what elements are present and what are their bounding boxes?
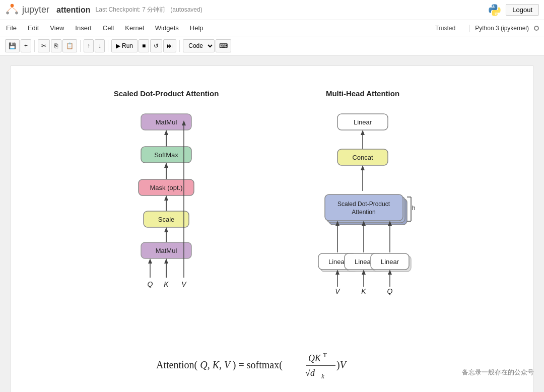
mha-label-linear-v: Linear <box>328 258 347 266</box>
run-label: Run <box>122 42 133 49</box>
label-softmax: SoftMax <box>154 151 178 159</box>
mha-label-linear-q: Linear <box>381 258 399 266</box>
sdpa-input-v: V <box>181 280 187 288</box>
stop-button[interactable]: ■ <box>139 39 149 52</box>
sdpa-input-k: K <box>164 280 169 288</box>
mha-block-sdpa <box>325 194 403 221</box>
formula-section: Attention( Q, K, V ) = softmax( QK T √d … <box>21 328 523 392</box>
svg-marker-10 <box>164 195 168 201</box>
checkpoint-info: Last Checkpoint: 7 分钟前 (autosaved) <box>96 6 488 14</box>
svg-point-1 <box>6 11 9 14</box>
svg-text:T: T <box>323 351 327 359</box>
toolbar-separator-1 <box>34 40 35 52</box>
svg-text:√d: √d <box>305 368 315 378</box>
label-matmul-top: MatMul <box>156 118 177 126</box>
menu-widgets[interactable]: Widgets <box>154 22 180 34</box>
main-content: Scaled Dot-Product Attention MatMul Soft… <box>0 55 544 392</box>
menu-edit[interactable]: Edit <box>27 22 40 34</box>
svg-marker-12 <box>164 227 168 232</box>
cut-button[interactable]: ✂ <box>38 39 50 52</box>
jupyter-icon <box>5 3 19 17</box>
menu-file[interactable]: File <box>5 22 18 34</box>
kernel-status-icon <box>534 26 539 31</box>
label-matmul-bottom: MatMul <box>156 247 177 254</box>
menu-help[interactable]: Help <box>189 22 205 34</box>
notebook-title[interactable]: attention <box>56 6 91 15</box>
cell-output: Scaled Dot-Product Attention MatMul Soft… <box>10 66 534 392</box>
restart-button[interactable]: ↺ <box>150 39 162 52</box>
run-button[interactable]: ▶ Run <box>111 39 138 52</box>
top-bar: jupyter attention Last Checkpoint: 7 分钟前… <box>0 0 544 20</box>
jupyter-logo: jupyter <box>5 3 49 17</box>
sdpa-title: Scaled Dot-Product Attention <box>114 89 219 98</box>
add-cell-button[interactable]: + <box>21 39 31 52</box>
label-mask: Mask (opt.) <box>150 184 182 191</box>
paste-button[interactable]: 📋 <box>62 39 77 52</box>
svg-text:)V: )V <box>336 359 348 371</box>
svg-text:Attention(
          Q, K, V
 : Attention( Q, K, V ) = softmax( <box>156 359 283 371</box>
mha-label-concat: Concat <box>352 154 373 161</box>
diagram-container: Scaled Dot-Product Attention MatMul Soft… <box>21 76 523 328</box>
kernel-info: Python 3 (ipykernel) <box>469 25 539 32</box>
sdpa-input-q: Q <box>148 280 153 288</box>
mha-input-q: Q <box>387 287 393 295</box>
label-scale: Scale <box>158 216 175 223</box>
move-down-button[interactable]: ↓ <box>95 39 105 52</box>
toolbar-separator-4 <box>179 40 180 52</box>
mha-input-v: V <box>335 287 341 295</box>
mha-title: Multi-Head Attention <box>326 89 399 98</box>
restart-run-button[interactable]: ⏭ <box>163 39 176 52</box>
cell-type-select[interactable]: Code <box>183 39 215 52</box>
svg-marker-20 <box>361 130 365 135</box>
svg-text:k: k <box>321 372 324 380</box>
toolbar-separator-3 <box>108 40 108 52</box>
jupyter-text: jupyter <box>22 5 49 15</box>
svg-marker-6 <box>164 130 168 135</box>
keyboard-shortcuts-button[interactable]: ⌨ <box>216 39 231 52</box>
toolbar-separator-2 <box>80 40 81 52</box>
menu-cell[interactable]: Cell <box>102 22 115 34</box>
attention-diagram: Scaled Dot-Product Attention MatMul Soft… <box>65 81 479 323</box>
toolbar: 💾 + ✂ ⎘ 📋 ↑ ↓ ▶ Run ■ ↺ ⏭ Code ⌨ <box>0 36 544 55</box>
trusted-badge: Trusted <box>435 25 455 32</box>
menu-kernel[interactable]: Kernel <box>124 22 145 34</box>
logout-button[interactable]: Logout <box>506 4 539 16</box>
svg-marker-22 <box>361 165 365 170</box>
svg-marker-16 <box>164 258 168 264</box>
mha-label-linear-top: Linear <box>354 118 372 126</box>
svg-point-2 <box>15 11 18 14</box>
mha-h-label: h <box>412 205 416 212</box>
svg-point-0 <box>11 4 14 7</box>
svg-marker-14 <box>148 258 152 264</box>
svg-marker-8 <box>164 163 168 168</box>
menu-insert[interactable]: Insert <box>74 22 93 34</box>
mha-input-k: K <box>361 287 366 295</box>
move-up-button[interactable]: ↑ <box>84 39 94 52</box>
mha-label-linear-k: Linear <box>355 258 373 266</box>
save-button[interactable]: 💾 <box>5 39 20 52</box>
copy-button[interactable]: ⎘ <box>51 39 61 52</box>
menu-bar: File Edit View Insert Cell Kernel Widget… <box>0 20 544 36</box>
python-icon <box>488 3 502 17</box>
formula-svg: Attention( Q, K, V ) = softmax( QK T √d … <box>146 343 398 383</box>
run-icon: ▶ <box>116 42 120 49</box>
menu-view[interactable]: View <box>49 22 65 34</box>
svg-text:QK: QK <box>308 353 321 363</box>
mha-label-sdpa-1: Scaled Dot-Product <box>337 201 390 208</box>
mha-label-sdpa-2: Attention <box>352 209 375 216</box>
